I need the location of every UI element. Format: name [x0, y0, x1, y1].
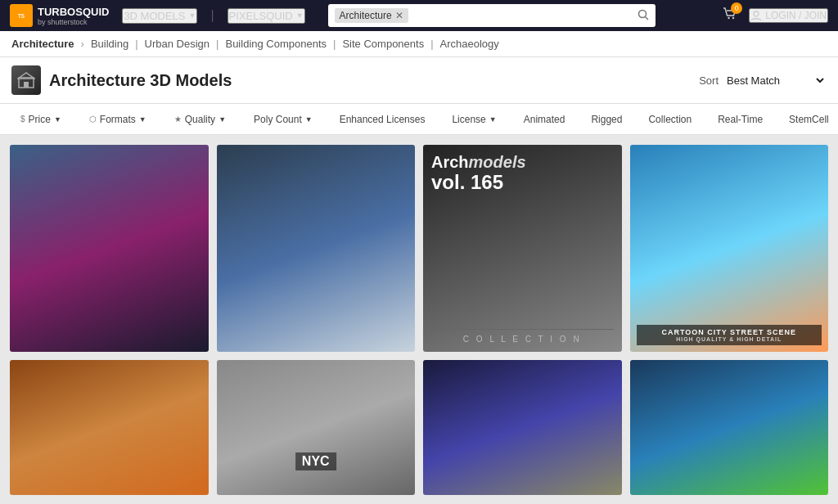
svg-point-4: [728, 17, 730, 19]
svg-point-5: [732, 17, 734, 19]
product-grid: Archmodels vol. 165 C O L L E C T I O N …: [0, 135, 838, 504]
category-icon: [11, 65, 41, 95]
price-filter[interactable]: $ Price ▼: [11, 110, 70, 129]
collection-filter[interactable]: Collection: [640, 110, 700, 128]
license-filter[interactable]: License ▼: [443, 110, 505, 129]
breadcrumb-urban-design[interactable]: Urban Design: [145, 38, 210, 50]
logo[interactable]: TS TURBOSQUID by shutterstock: [10, 4, 109, 27]
breadcrumb-site-components[interactable]: Site Components: [342, 38, 424, 50]
product-item-8[interactable]: [630, 360, 829, 495]
formats-filter[interactable]: ⬡ Formats ▼: [80, 110, 155, 129]
logo-sub: by shutterstock: [38, 18, 109, 26]
product-item-3[interactable]: Archmodels vol. 165 C O L L E C T I O N: [423, 145, 622, 352]
rigged-filter[interactable]: Rigged: [583, 110, 630, 128]
3d-models-nav[interactable]: 3D MODELS ▼: [122, 8, 197, 24]
breadcrumb-building-components[interactable]: Building Components: [225, 38, 327, 50]
breadcrumb-building[interactable]: Building: [91, 38, 128, 50]
search-input[interactable]: [408, 10, 638, 22]
chevron-down-icon: ▼: [489, 115, 497, 124]
svg-text:TS: TS: [18, 13, 25, 19]
filter-bar: $ Price ▼ ⬡ Formats ▼ ★ Quality ▼ Poly C…: [0, 104, 838, 135]
stemcell-filter[interactable]: StemCell: [781, 110, 837, 128]
breadcrumb: Architecture › Building | Urban Design |…: [0, 31, 838, 57]
realtime-filter[interactable]: Real-Time: [710, 110, 771, 128]
poly-count-filter[interactable]: Poly Count ▼: [245, 110, 322, 129]
search-tag[interactable]: Architecture ✕: [335, 8, 408, 23]
dollar-icon: $: [20, 115, 25, 124]
sort-area: Sort Best Match Newest Price: Low to Hig…: [699, 74, 827, 88]
chevron-down-icon: ▼: [305, 115, 313, 124]
login-button[interactable]: LOGIN / JOIN: [749, 8, 828, 23]
page-header: Architecture 3D Models Sort Best Match N…: [0, 57, 838, 104]
page-title: Architecture 3D Models: [49, 71, 232, 90]
chevron-down-icon: ▼: [189, 11, 196, 20]
breadcrumb-sep: ›: [81, 38, 84, 50]
chevron-down-icon: ▼: [219, 115, 226, 124]
sort-label: Sort: [699, 74, 719, 87]
animated-filter[interactable]: Animated: [516, 110, 574, 128]
search-bar: Architecture ✕: [328, 4, 656, 27]
product-item-5[interactable]: [10, 360, 209, 495]
enhanced-filter[interactable]: Enhanced Licenses: [331, 110, 434, 128]
cart-icon[interactable]: 0: [723, 7, 737, 25]
nav-right: 0 LOGIN / JOIN: [723, 7, 828, 25]
chevron-down-icon: ▼: [139, 115, 146, 124]
logo-text: TURBOSQUID: [38, 6, 109, 18]
svg-line-3: [645, 16, 648, 20]
chevron-down-icon: ▼: [296, 11, 304, 20]
pixelsquid-nav[interactable]: PIXELSQUID ▼: [228, 8, 305, 24]
remove-tag-icon[interactable]: ✕: [395, 10, 403, 21]
product-item-6[interactable]: NYC: [217, 360, 416, 495]
star-icon: ★: [174, 115, 182, 124]
search-button[interactable]: [638, 9, 649, 23]
chevron-down-icon: ▼: [54, 115, 61, 124]
top-navigation: TS TURBOSQUID by shutterstock 3D MODELS …: [0, 0, 838, 31]
product-item-7[interactable]: [423, 360, 622, 495]
svg-rect-9: [24, 82, 29, 88]
cart-badge: 0: [731, 2, 742, 14]
product-item-1[interactable]: [10, 145, 209, 352]
svg-point-2: [638, 10, 646, 17]
quality-filter[interactable]: ★ Quality ▼: [165, 110, 235, 129]
svg-point-6: [754, 11, 759, 16]
product-item-2[interactable]: [217, 145, 416, 352]
sort-select[interactable]: Best Match Newest Price: Low to High Pri…: [723, 74, 827, 88]
nav-divider: |: [210, 8, 214, 23]
breadcrumb-archaeology[interactable]: Archaeology: [440, 38, 499, 50]
logo-icon: TS: [10, 4, 33, 27]
product-item-4[interactable]: CARTOON CITY STREET SCENE HIGH QUALITY &…: [630, 145, 829, 352]
cube-icon: ⬡: [89, 115, 97, 124]
breadcrumb-current: Architecture: [11, 38, 74, 50]
